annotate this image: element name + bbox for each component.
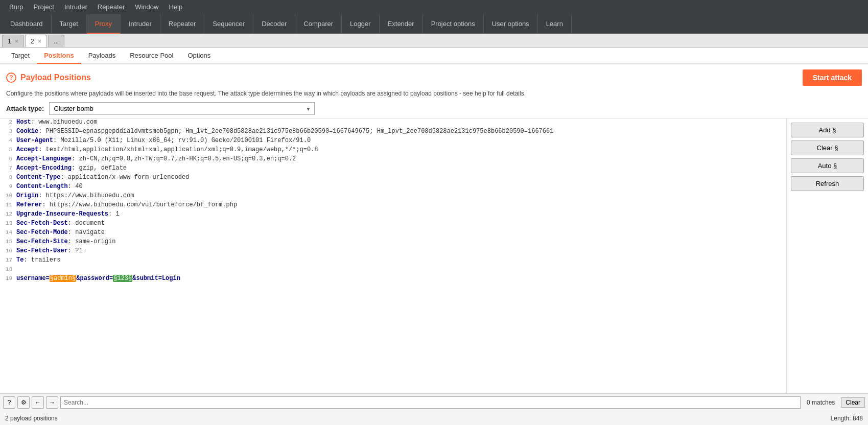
sub-tab-options[interactable]: Options bbox=[180, 48, 218, 64]
editor-area: 2 Host: www.bihuoedu.com 3 Cookie: PHPSE… bbox=[0, 119, 868, 393]
instance-tab-2[interactable]: 2 × bbox=[25, 35, 47, 47]
main-content: ? Payload Positions Start attack Configu… bbox=[0, 64, 868, 425]
help-icon[interactable]: ? bbox=[6, 73, 16, 83]
settings-toolbar-button[interactable]: ⚙ bbox=[17, 396, 30, 409]
table-row: 9 Content-Length: 40 bbox=[0, 183, 786, 192]
refresh-button[interactable]: Refresh bbox=[791, 176, 864, 191]
right-sidebar: Add § Clear § Auto § Refresh bbox=[786, 119, 868, 393]
payload-title-row: ? Payload Positions Start attack bbox=[6, 69, 862, 86]
attack-type-select[interactable]: Cluster bomb bbox=[49, 102, 315, 115]
table-row: 7 Accept-Encoding: gzip, deflate bbox=[0, 164, 786, 174]
sub-tab-positions[interactable]: Positions bbox=[37, 48, 81, 64]
attack-type-wrapper: Cluster bomb bbox=[49, 102, 315, 115]
instance-tab-2-label: 2 bbox=[31, 38, 34, 45]
help-toolbar-button[interactable]: ? bbox=[3, 396, 15, 409]
table-row: 8 Content-Type: application/x-www-form-u… bbox=[0, 174, 786, 183]
clear-section-button[interactable]: Clear § bbox=[791, 140, 864, 155]
table-row: 17 Te: trailers bbox=[0, 256, 786, 266]
start-attack-button[interactable]: Start attack bbox=[803, 69, 862, 86]
search-input[interactable] bbox=[60, 396, 801, 409]
payload-positions-count: 2 payload positions bbox=[5, 415, 58, 422]
instance-tab-more-label: ... bbox=[54, 38, 59, 45]
table-row: 14 Sec-Fetch-Mode: navigate bbox=[0, 229, 786, 238]
tab-logger[interactable]: Logger bbox=[342, 14, 379, 34]
table-row: 19 username=§admin§&password=§123§&submi… bbox=[0, 275, 786, 284]
tab-sequencer[interactable]: Sequencer bbox=[204, 14, 253, 34]
table-row: 6 Accept-Language: zh-CN,zh;q=0.8,zh-TW;… bbox=[0, 155, 786, 164]
tab-repeater[interactable]: Repeater bbox=[160, 14, 204, 34]
payload-title-group: ? Payload Positions bbox=[6, 73, 91, 83]
table-row: 15 Sec-Fetch-Site: same-origin bbox=[0, 238, 786, 247]
auto-section-button[interactable]: Auto § bbox=[791, 158, 864, 173]
sub-tabs: Target Positions Payloads Resource Pool … bbox=[0, 48, 868, 64]
table-row: 2 Host: www.bihuoedu.com bbox=[0, 119, 786, 128]
back-toolbar-button[interactable]: ← bbox=[32, 396, 44, 409]
sub-tab-resource-pool[interactable]: Resource Pool bbox=[123, 48, 180, 64]
table-row: 13 Sec-Fetch-Dest: document bbox=[0, 220, 786, 229]
instance-tab-1-close[interactable]: × bbox=[15, 38, 18, 45]
table-row: 11 Referer: https://www.bihuoedu.com/vul… bbox=[0, 201, 786, 210]
instance-tabs: 1 × 2 × ... bbox=[0, 34, 868, 48]
instance-tab-1[interactable]: 1 × bbox=[2, 35, 24, 47]
table-row: 18 bbox=[0, 266, 786, 275]
sub-tab-payloads[interactable]: Payloads bbox=[81, 48, 123, 64]
menu-window[interactable]: Window bbox=[130, 0, 163, 14]
menu-project[interactable]: Project bbox=[28, 0, 59, 14]
bottom-toolbar: ? ⚙ ← → 0 matches Clear bbox=[0, 393, 868, 411]
instance-tab-more[interactable]: ... bbox=[48, 35, 64, 47]
sub-tab-target[interactable]: Target bbox=[4, 48, 37, 64]
menu-repeater[interactable]: Repeater bbox=[92, 0, 130, 14]
clear-search-button[interactable]: Clear bbox=[841, 397, 865, 408]
tab-extender[interactable]: Extender bbox=[380, 14, 423, 34]
instance-tab-2-close[interactable]: × bbox=[38, 38, 41, 45]
nav-tabs: Dashboard Target Proxy Intruder Repeater… bbox=[0, 14, 868, 34]
tab-proxy[interactable]: Proxy bbox=[87, 14, 121, 34]
request-editor[interactable]: 2 Host: www.bihuoedu.com 3 Cookie: PHPSE… bbox=[0, 119, 786, 393]
request-length: Length: 848 bbox=[831, 415, 863, 422]
menu-help[interactable]: Help bbox=[163, 0, 187, 14]
add-section-button[interactable]: Add § bbox=[791, 123, 864, 137]
table-row: 16 Sec-Fetch-User: ?1 bbox=[0, 247, 786, 256]
table-row: 10 Origin: https://www.bihuoedu.com bbox=[0, 192, 786, 201]
attack-type-row: Attack type: Cluster bomb bbox=[6, 102, 862, 115]
tab-learn[interactable]: Learn bbox=[538, 14, 572, 34]
table-row: 4 User-Agent: Mozilla/5.0 (X11; Linux x8… bbox=[0, 137, 786, 146]
tab-dashboard[interactable]: Dashboard bbox=[2, 14, 52, 34]
tab-intruder[interactable]: Intruder bbox=[121, 14, 160, 34]
tab-comparer[interactable]: Comparer bbox=[295, 14, 342, 34]
payload-header: ? Payload Positions Start attack Configu… bbox=[0, 64, 868, 119]
instance-tab-1-label: 1 bbox=[8, 38, 11, 45]
attack-type-label: Attack type: bbox=[6, 105, 44, 112]
menu-bar: Burp Project Intruder Repeater Window He… bbox=[0, 0, 868, 14]
tab-user-options[interactable]: User options bbox=[484, 14, 538, 34]
page-title: Payload Positions bbox=[20, 73, 91, 82]
table-row: 5 Accept: text/html,application/xhtml+xm… bbox=[0, 146, 786, 155]
menu-burp[interactable]: Burp bbox=[4, 0, 28, 14]
tab-target[interactable]: Target bbox=[52, 14, 87, 34]
table-row: 12 Upgrade-Insecure-Requests: 1 bbox=[0, 210, 786, 220]
matches-count: 0 matches bbox=[803, 399, 839, 406]
payload-description: Configure the positions where payloads w… bbox=[6, 89, 568, 98]
tab-decoder[interactable]: Decoder bbox=[253, 14, 295, 34]
menu-intruder[interactable]: Intruder bbox=[59, 0, 92, 14]
table-row: 3 Cookie: PHPSESSID=epnaspgepddialdvmtsm… bbox=[0, 128, 786, 137]
tab-project-options[interactable]: Project options bbox=[423, 14, 484, 34]
forward-toolbar-button[interactable]: → bbox=[46, 396, 58, 409]
status-bar: 2 payload positions Length: 848 bbox=[0, 411, 868, 425]
